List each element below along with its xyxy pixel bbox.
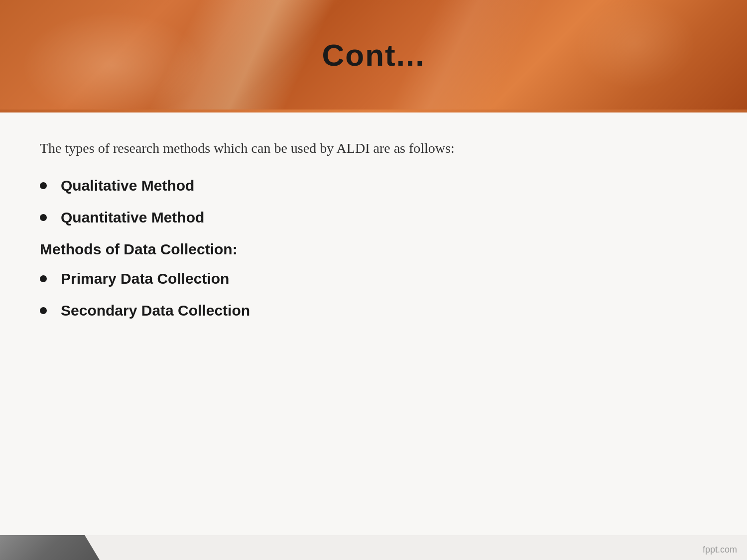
header-banner: Cont... bbox=[0, 0, 747, 110]
list-item: Quantitative Method bbox=[40, 209, 707, 226]
bullet-label: Qualitative Method bbox=[61, 177, 194, 194]
section-heading: Methods of Data Collection: bbox=[40, 241, 707, 258]
watermark: fppt.com bbox=[703, 545, 737, 555]
list-item: Primary Data Collection bbox=[40, 270, 707, 287]
slide-content: The types of research methods which can … bbox=[0, 112, 747, 535]
intro-paragraph: The types of research methods which can … bbox=[40, 137, 707, 160]
bullet-label: Secondary Data Collection bbox=[61, 302, 250, 319]
list-item: Qualitative Method bbox=[40, 177, 707, 194]
methods-list-1: Qualitative Method Quantitative Method bbox=[40, 177, 707, 226]
footer-decoration bbox=[0, 535, 100, 560]
bullet-label: Primary Data Collection bbox=[61, 270, 229, 287]
bullet-dot-icon bbox=[40, 307, 47, 314]
bullet-dot-icon bbox=[40, 182, 47, 189]
bullet-label: Quantitative Method bbox=[61, 209, 204, 226]
bullet-dot-icon bbox=[40, 214, 47, 221]
footer: fppt.com bbox=[0, 535, 747, 560]
list-item: Secondary Data Collection bbox=[40, 302, 707, 319]
bullet-dot-icon bbox=[40, 275, 47, 282]
slide-title: Cont... bbox=[322, 37, 425, 73]
methods-list-2: Primary Data Collection Secondary Data C… bbox=[40, 270, 707, 319]
